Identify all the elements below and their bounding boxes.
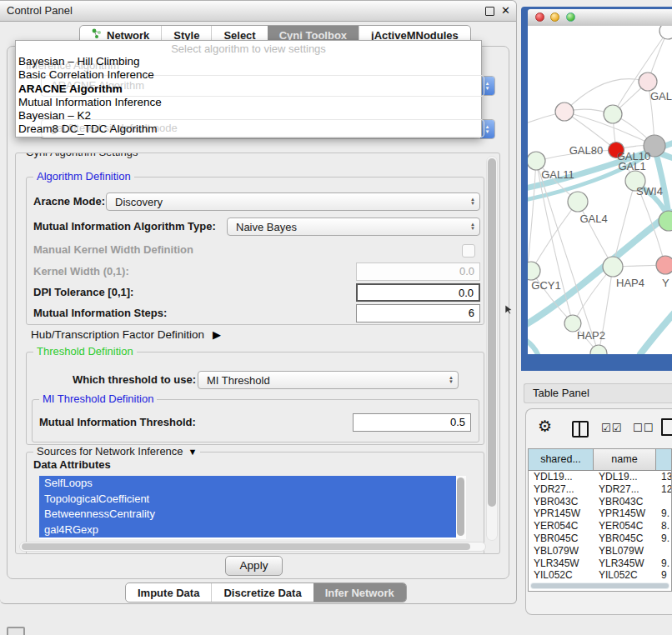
list-item[interactable]: TopologicalCoefficient (39, 492, 466, 508)
algorithm-definition-group: Algorithm Definition Aracne Mode: Discov… (26, 177, 484, 325)
list-item[interactable]: BetweennessCentrality (39, 507, 466, 522)
table-cell: 9. (656, 532, 671, 545)
zoom-traffic-light-icon[interactable] (566, 12, 575, 22)
settings-horizontal-scrollbar[interactable] (19, 542, 486, 552)
gear-icon[interactable]: ⚙ (538, 417, 552, 436)
table-row[interactable]: YIL052CYIL052C9 (529, 569, 671, 582)
network-node-gal[interactable] (639, 72, 657, 91)
dpi-tolerance-field[interactable]: 0.0 (356, 283, 480, 302)
network-node-y[interactable] (656, 256, 672, 274)
node-label: GAL (650, 90, 672, 102)
table-row[interactable]: YBL079WYBL079W (529, 545, 671, 558)
kernel-width-field[interactable]: 0.0 (356, 262, 480, 281)
kernel-width-label: Kernel Width (0,1): (33, 262, 129, 281)
table-body: YDL19...YDL19...13YDR27...YDR27...12YBR0… (529, 471, 671, 582)
mi-threshold-label: Mutual Information Threshold: (39, 413, 196, 432)
node-label: GAL1 (618, 160, 645, 172)
column-header-name[interactable]: name (594, 449, 656, 470)
list-item[interactable]: SelfLoops (39, 476, 466, 492)
table-cell: YLR345W (529, 558, 594, 570)
table-cell: 8. (656, 520, 671, 532)
network-node-gal4[interactable] (568, 192, 588, 212)
table-cell: YDR27... (594, 483, 656, 496)
table-row[interactable]: YLR345WYLR345W9. (529, 558, 671, 570)
table-cell: YDL19... (529, 471, 594, 483)
tab-discretize-data[interactable]: Discretize Data (211, 583, 313, 602)
node-label: GAL80 (569, 144, 603, 157)
list-scrollbar[interactable] (456, 476, 466, 539)
combo-stepper-icon: ▲▼ (470, 198, 475, 207)
document-icon[interactable] (661, 418, 672, 436)
close-icon[interactable]: ✕ (501, 4, 510, 17)
column-header[interactable] (656, 449, 671, 470)
tab-impute-data[interactable]: Impute Data (126, 583, 211, 602)
column-header-shared[interactable]: shared... (529, 449, 594, 470)
mi-steps-label: Mutual Information Steps: (33, 304, 167, 322)
table-panel-title: Table Panel (524, 387, 589, 399)
combo-stepper-icon: ▲▼ (470, 222, 475, 232)
which-threshold-combobox[interactable]: MI Threshold ▲▼ (198, 371, 459, 389)
popup-item[interactable]: Basic Correlation Inference (16, 68, 481, 82)
table-cell: YLR345W (594, 558, 656, 570)
control-panel: Control Panel ✕ Network Style Select (0, 0, 517, 604)
control-panel-titlebar: Control Panel ✕ (0, 1, 516, 22)
close-traffic-light-icon[interactable] (535, 12, 544, 22)
network-node-gal80[interactable] (555, 102, 574, 121)
apply-button[interactable]: Apply (225, 556, 283, 576)
table-cell: YBL079W (529, 545, 594, 558)
table-cell: 9. (656, 558, 671, 570)
group-title: Cyni Algorithm Settings (23, 152, 141, 158)
popup-item-selected[interactable]: ARACNE Algorithm (16, 82, 481, 96)
network-graph: GAL GAL80 GAL10 GAL1 GAL11 SWI4 GAL4 GCY… (528, 26, 672, 354)
tab-label: Infer Network (325, 587, 394, 599)
popup-item[interactable]: Dream8 DC_TDC Algorithm (16, 122, 481, 136)
tab-infer-network[interactable]: Infer Network (313, 583, 406, 602)
mi-threshold-field[interactable]: 0.5 (353, 413, 471, 432)
table-cell: YER054C (594, 520, 656, 532)
minimize-traffic-light-icon[interactable] (550, 12, 559, 22)
aracne-mode-combobox[interactable]: Discovery ▲▼ (106, 192, 480, 211)
network-node-gcy1[interactable] (528, 262, 540, 280)
popup-item[interactable]: Bayesian – Hill Climbing (16, 55, 481, 68)
settings-vertical-scrollbar[interactable] (486, 156, 498, 541)
mi-steps-field[interactable]: 6 (356, 304, 480, 322)
sources-group: Sources for Network Inference▼ Data Attr… (26, 452, 484, 554)
float-icon[interactable] (485, 7, 494, 16)
expand-right-icon: ▶ (213, 328, 221, 341)
table-row[interactable]: YPR145WYPR145W9. (529, 508, 671, 520)
panel-corner-icon[interactable] (7, 627, 25, 635)
table-row[interactable]: YDL19...YDL19...13 (529, 471, 671, 483)
aracne-mode-label: Aracne Mode: (33, 192, 105, 211)
group-title: MI Threshold Definition (39, 392, 157, 405)
table-horizontal-scrollbar[interactable] (530, 582, 669, 589)
table-cell (656, 545, 671, 558)
tab-label: Discretize Data (223, 587, 301, 599)
node-table: shared... name YDL19...YDL19...13YDR27..… (528, 448, 672, 592)
select-all-checkboxes-icon[interactable]: ☑☑ (601, 422, 622, 434)
popup-item[interactable]: Bayesian – K2 (16, 109, 481, 122)
deselect-all-checkboxes-icon[interactable]: ☐☐ (633, 422, 654, 434)
columns-icon[interactable] (572, 421, 589, 438)
table-row[interactable]: YBR043CYBR043C (529, 496, 671, 508)
network-node-gal10[interactable] (604, 105, 622, 123)
network-window-titlebar[interactable] (528, 9, 672, 27)
network-node[interactable] (659, 26, 672, 39)
popup-item[interactable]: Mutual Information Inference (16, 96, 481, 109)
manual-kernel-checkbox[interactable] (462, 244, 475, 258)
table-row[interactable]: YBR045CYBR045C9. (529, 532, 671, 545)
data-attributes-list[interactable]: SelfLoops TopologicalCoefficient Between… (39, 476, 466, 539)
screen: Control Panel ✕ Network Style Select (0, 0, 672, 635)
mouse-cursor (505, 305, 513, 318)
mi-type-combobox[interactable]: Naive Bayes ▲▼ (227, 218, 480, 236)
network-node-gal11[interactable] (528, 152, 545, 170)
node-label: HAP4 (616, 277, 644, 289)
list-item[interactable]: gal4RGexp (39, 522, 466, 538)
network-node[interactable] (659, 211, 672, 231)
network-canvas[interactable]: GAL GAL80 GAL10 GAL1 GAL11 SWI4 GAL4 GCY… (528, 26, 672, 354)
hub-definition-toggle[interactable]: Hub/Transcription Factor Definition▶ (31, 328, 221, 341)
node-label: GAL4 (579, 212, 607, 225)
network-node-hap4[interactable] (603, 257, 623, 277)
table-cell: YPR145W (529, 508, 594, 520)
table-row[interactable]: YDR27...YDR27...12 (529, 483, 671, 496)
table-row[interactable]: YER054CYER054C8. (529, 520, 671, 532)
